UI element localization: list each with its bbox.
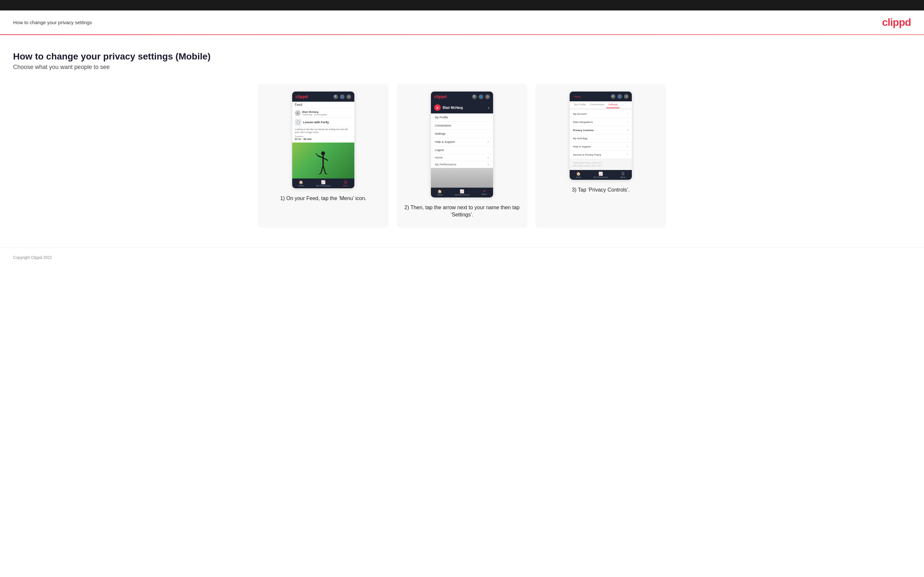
settings-icon-2: ⚙ bbox=[485, 95, 490, 99]
tab-settings[interactable]: Settings bbox=[606, 102, 620, 108]
settings-header: ‹ Back 🔍 👤 ⚙ bbox=[570, 92, 632, 102]
menu-help-label: Help & Support bbox=[435, 140, 455, 143]
tab-my-profile[interactable]: My Profile bbox=[572, 102, 588, 108]
settings-item-account[interactable]: My Account › bbox=[570, 110, 632, 118]
feed-username: Blair McHarg bbox=[302, 111, 327, 113]
menu-username: Blair McHarg bbox=[443, 106, 463, 110]
copyright: Copyright Clippd 2022 bbox=[13, 255, 52, 260]
feed-desc: Looking to feel like my hands are exitin… bbox=[295, 127, 352, 134]
user-icon-2: 👤 bbox=[479, 95, 483, 99]
version-info: Clippd Client Version: 2022.8.3-3 GQL Se… bbox=[570, 159, 632, 170]
nav3-menu[interactable]: ☰ Menu bbox=[621, 172, 625, 178]
account-chevron-icon: › bbox=[628, 112, 628, 115]
close-icon: ✕ bbox=[483, 189, 486, 193]
menu-chevron-icon[interactable]: ∧ bbox=[488, 106, 490, 110]
feed-user-row: B Blair McHarg Yesterday · Sunningdale bbox=[295, 110, 352, 116]
nav-home: 🏠 Home bbox=[299, 180, 304, 187]
menu-item-settings[interactable]: Settings bbox=[431, 130, 493, 138]
phone1-image bbox=[292, 143, 354, 179]
nav3-home-label: Home bbox=[576, 176, 581, 178]
performance-chevron-icon: ∨ bbox=[487, 163, 489, 166]
lesson-title: Lesson with Fordy bbox=[303, 121, 329, 124]
phone2-logo: clippd bbox=[434, 94, 447, 99]
settings-icon-3: ⚙ bbox=[624, 94, 628, 99]
svg-line-2 bbox=[318, 156, 323, 158]
page-subheading: Choose what you want people to see bbox=[13, 64, 911, 71]
performance-icon-3: 📈 bbox=[598, 172, 603, 176]
duration-value: 01 hr : 30 min bbox=[295, 138, 312, 140]
menu-item-connections[interactable]: Connections bbox=[431, 122, 493, 130]
nav3-home: 🏠 Home bbox=[576, 172, 581, 178]
menu-connections-label: Connections bbox=[435, 124, 451, 127]
menu-item-help[interactable]: Help & Support ↗ bbox=[431, 138, 493, 146]
menu-item-logout[interactable]: Logout bbox=[431, 146, 493, 154]
header-divider bbox=[0, 34, 924, 35]
back-chevron-icon: ‹ bbox=[573, 95, 574, 98]
menu-icon-3: ☰ bbox=[621, 172, 625, 176]
feed-user-info: Blair McHarg Yesterday · Sunningdale bbox=[302, 111, 327, 116]
tab-connections[interactable]: Connections bbox=[588, 102, 606, 108]
svg-point-0 bbox=[321, 152, 325, 155]
svg-line-4 bbox=[323, 158, 328, 161]
svg-line-7 bbox=[319, 174, 321, 174]
settings-item-service[interactable]: Service & Privacy Policy ↗ bbox=[570, 151, 632, 159]
nav-performance: 📈 My Performance bbox=[316, 180, 331, 187]
feed-avatar: B bbox=[295, 110, 301, 116]
menu-item-profile[interactable]: My Profile bbox=[431, 113, 493, 122]
nav2-menu[interactable]: ✕ Menu bbox=[482, 189, 487, 196]
settings-tabs: My Profile Connections Settings bbox=[570, 102, 632, 108]
menu-avatar: B bbox=[434, 104, 441, 111]
nav2-home-label: Home bbox=[437, 194, 443, 196]
golf-bag-label: My Golf Bag bbox=[573, 137, 587, 140]
feed-meta: Yesterday · Sunningdale bbox=[302, 113, 327, 116]
feed-duration: Duration 01 hr : 30 min bbox=[295, 134, 352, 140]
home-chevron-icon: ∨ bbox=[487, 156, 489, 159]
settings-item-integrations[interactable]: Data Integrations › bbox=[570, 118, 632, 126]
phone-mockup-2: clippd 🔍 👤 ⚙ B Blair McHarg ∧ bbox=[431, 92, 493, 197]
header: How to change your privacy settings clip… bbox=[0, 10, 924, 34]
home-icon-2: 🏠 bbox=[438, 189, 442, 193]
step1-caption: 1) On your Feed, tap the ‘Menu’ icon. bbox=[280, 195, 367, 202]
menu-user-info: B Blair McHarg bbox=[434, 104, 463, 111]
lesson-icon: 📋 bbox=[295, 119, 301, 126]
settings-item-golf-bag[interactable]: My Golf Bag › bbox=[570, 134, 632, 143]
phone1-icons: 🔍 👤 ⚙ bbox=[333, 95, 351, 99]
back-button[interactable]: ‹ Back bbox=[573, 95, 580, 98]
back-label: Back bbox=[575, 95, 581, 98]
nav2-menu-label: Menu bbox=[482, 193, 487, 195]
nav3-menu-label: Menu bbox=[621, 176, 625, 178]
search-icon-3: 🔍 bbox=[611, 94, 615, 99]
settings-item-privacy[interactable]: Privacy Controls › bbox=[570, 126, 632, 134]
steps-container: clippd 🔍 👤 ⚙ Feed B Blair McHarg bbox=[13, 84, 911, 228]
menu-section-performance[interactable]: My Performance ∨ bbox=[431, 161, 493, 168]
menu-section-home[interactable]: Home ∨ bbox=[431, 154, 493, 161]
menu-user-row: B Blair McHarg ∧ bbox=[431, 102, 493, 113]
nav2-performance-label: My Performance bbox=[455, 194, 469, 196]
step-1-card: clippd 🔍 👤 ⚙ Feed B Blair McHarg bbox=[258, 84, 389, 228]
feed-lesson: 📋 Lesson with Fordy bbox=[295, 118, 352, 127]
nav-menu[interactable]: ☰ Menu bbox=[343, 180, 348, 187]
integrations-label: Data Integrations bbox=[573, 121, 593, 124]
main-content: How to change your privacy settings (Mob… bbox=[0, 45, 924, 247]
nav3-performance-label: My Performance bbox=[593, 176, 608, 178]
nav2-home: 🏠 Home bbox=[437, 189, 443, 196]
feed-item: B Blair McHarg Yesterday · Sunningdale 📋… bbox=[292, 108, 354, 143]
nav2-performance: 📈 My Performance bbox=[455, 189, 469, 196]
page-heading: How to change your privacy settings (Mob… bbox=[13, 51, 911, 62]
settings-items-list: My Account › Data Integrations › Privacy… bbox=[570, 110, 632, 159]
user-icon: 👤 bbox=[340, 95, 344, 99]
menu-logout-label: Logout bbox=[435, 148, 444, 152]
performance-icon: 📈 bbox=[321, 180, 326, 184]
golfer-silhouette bbox=[315, 151, 333, 179]
header-title: How to change your privacy settings bbox=[13, 19, 92, 25]
settings-icon: ⚙ bbox=[347, 95, 351, 99]
phone1-logo: clippd bbox=[296, 94, 308, 99]
menu-profile-label: My Profile bbox=[435, 116, 448, 119]
settings-help-ext-icon: ↗ bbox=[626, 145, 628, 148]
step-3-card: ‹ Back 🔍 👤 ⚙ My Profile Connections Sett… bbox=[535, 84, 666, 228]
footer: Copyright Clippd 2022 bbox=[0, 247, 924, 267]
settings-item-help[interactable]: Help & Support ↗ bbox=[570, 143, 632, 151]
menu-section-home-label: Home bbox=[435, 156, 443, 159]
logo: clippd bbox=[882, 16, 911, 29]
step3-caption: 3) Tap ‘Privacy Controls’. bbox=[572, 186, 630, 193]
